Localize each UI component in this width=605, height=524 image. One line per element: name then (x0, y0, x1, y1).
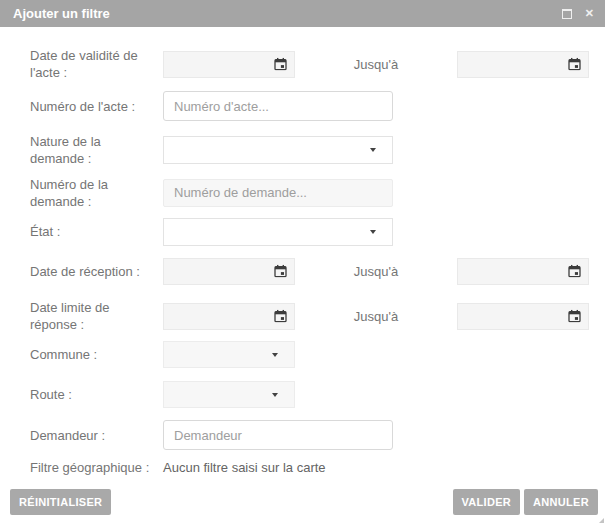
dialog-title: Ajouter un filtre (13, 6, 562, 21)
caret-down-icon (370, 148, 376, 152)
footer-action-buttons: VALIDER ANNULER (453, 489, 598, 515)
resize-grip-icon[interactable] (599, 518, 604, 523)
row-reception-date: Date de réception : Jusqu'à (30, 258, 589, 285)
geographic-filter-label: Filtre géographique : (30, 459, 163, 476)
reception-date-to-field[interactable] (457, 258, 589, 285)
state-label: État : (30, 223, 163, 240)
caret-down-icon (370, 230, 376, 234)
reception-date-from-field[interactable] (163, 258, 295, 285)
request-nature-select[interactable] (163, 136, 393, 164)
dialog-titlebar[interactable]: Ajouter un filtre ✕ (0, 0, 605, 27)
calendar-icon[interactable] (274, 310, 287, 323)
response-deadline-from-field[interactable] (163, 303, 295, 330)
requester-input[interactable] (163, 420, 393, 450)
until-label: Jusqu'à (354, 309, 398, 324)
until-label: Jusqu'à (354, 264, 398, 279)
row-route: Route : (30, 381, 589, 408)
add-filter-dialog: Ajouter un filtre ✕ Date de validité de … (0, 0, 605, 524)
date-validity-range: Jusqu'à (163, 51, 589, 78)
until-label: Jusqu'à (354, 57, 398, 72)
response-deadline-label: Date limite de réponse : (30, 299, 163, 333)
route-select[interactable] (163, 381, 295, 408)
row-request-number: Numéro de la demande : (30, 176, 589, 210)
row-act-number: Numéro de l'acte : (30, 91, 589, 121)
maximize-icon[interactable] (562, 9, 572, 19)
row-state: État : (30, 218, 589, 246)
request-number-input[interactable] (163, 179, 393, 207)
calendar-icon[interactable] (568, 310, 581, 323)
close-icon[interactable]: ✕ (585, 8, 594, 19)
calendar-icon[interactable] (274, 58, 287, 71)
date-validity-label: Date de validité de l'acte : (30, 47, 163, 81)
row-commune: Commune : (30, 341, 589, 368)
reception-date-label: Date de réception : (30, 263, 163, 280)
row-date-validity: Date de validité de l'acte : Jusqu'à (30, 47, 589, 81)
date-validity-from-field[interactable] (163, 51, 295, 78)
route-label: Route : (30, 386, 163, 403)
date-validity-to-field[interactable] (457, 51, 589, 78)
titlebar-controls: ✕ (562, 8, 594, 19)
commune-label: Commune : (30, 346, 163, 363)
act-number-label: Numéro de l'acte : (30, 98, 163, 115)
act-number-input[interactable] (163, 91, 393, 121)
requester-label: Demandeur : (30, 427, 163, 444)
validate-button[interactable]: VALIDER (453, 489, 521, 515)
row-request-nature: Nature de la demande : (30, 133, 589, 167)
cancel-button[interactable]: ANNULER (524, 489, 598, 515)
calendar-icon[interactable] (274, 265, 287, 278)
state-select[interactable] (163, 218, 393, 246)
request-number-label: Numéro de la demande : (30, 176, 163, 210)
row-response-deadline: Date limite de réponse : Jusqu'à (30, 299, 589, 333)
commune-select[interactable] (163, 341, 295, 368)
request-nature-label: Nature de la demande : (30, 133, 163, 167)
caret-down-icon (272, 393, 278, 397)
response-deadline-range: Jusqu'à (163, 303, 589, 330)
row-requester: Demandeur : (30, 420, 589, 450)
response-deadline-to-field[interactable] (457, 303, 589, 330)
reception-date-range: Jusqu'à (163, 258, 589, 285)
geographic-filter-value: Aucun filtre saisi sur la carte (163, 460, 326, 475)
dialog-footer: RÉINITIALISER VALIDER ANNULER (10, 489, 598, 515)
caret-down-icon (272, 353, 278, 357)
filter-form: Date de validité de l'acte : Jusqu'à Num… (0, 27, 605, 476)
row-geographic-filter: Filtre géographique : Aucun filtre saisi… (30, 459, 589, 476)
reset-button[interactable]: RÉINITIALISER (10, 489, 111, 515)
calendar-icon[interactable] (568, 58, 581, 71)
calendar-icon[interactable] (568, 265, 581, 278)
